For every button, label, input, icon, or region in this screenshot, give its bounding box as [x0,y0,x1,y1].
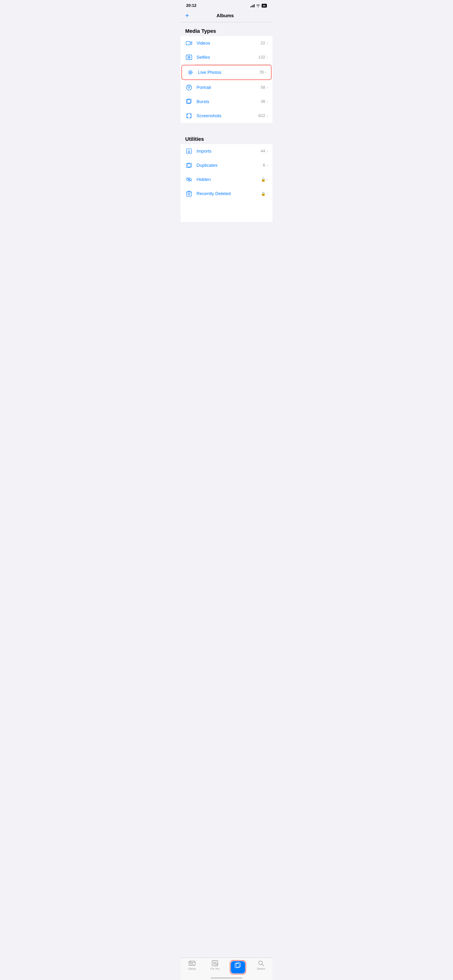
live-photos-chevron: › [265,70,266,75]
tab-bar: Library For You Albums [180,958,273,980]
battery-icon: 66 [262,4,267,8]
selfies-icon [185,54,193,61]
albums-active-bg: Albums [231,961,245,974]
list-item-imports[interactable]: Imports 44 › [180,144,273,158]
svg-line-29 [262,964,263,966]
for-you-tab-icon [212,960,218,966]
hidden-icon [185,176,193,183]
screenshots-count: 622 [258,113,265,118]
utilities-header: Utilities [180,130,273,144]
search-tab-label: Search [257,967,265,970]
hidden-chevron: › [266,177,268,181]
page-title: Albums [217,13,234,18]
videos-count: 22 [261,41,265,46]
media-types-title: Media Types [185,28,216,34]
list-item-screenshots[interactable]: Screenshots 622 › [180,109,273,123]
utilities-title: Utilities [185,136,204,142]
tab-search[interactable]: Search [253,960,269,970]
selfies-chevron: › [266,55,268,59]
duplicates-icon [185,162,193,169]
svg-rect-11 [187,114,191,118]
list-item-portrait[interactable]: f Portrait 58 › [180,80,273,95]
wifi-icon [256,4,260,7]
status-time: 20:12 [186,3,196,8]
hidden-label: Hidden [196,177,261,182]
signal-icon [250,4,255,7]
albums-tab-label: Albums [234,969,242,972]
library-tab-label: Library [188,967,196,970]
list-item-hidden[interactable]: Hidden 🔒 › [180,172,273,186]
utilities-list: Imports 44 › Duplicates 6 › [180,144,273,201]
live-photos-count: 78 [259,70,264,75]
bursts-count: 38 [261,99,265,104]
screenshots-chevron: › [266,114,268,118]
section-gap [180,123,273,130]
hidden-lock: 🔒 [261,177,266,182]
videos-label: Videos [196,41,261,46]
scroll-content: Media Types Videos 22 › [180,22,273,222]
list-item-recently-deleted[interactable]: Recently Deleted 🔒 › [180,186,273,201]
portrait-count: 58 [261,85,265,90]
list-item-selfies[interactable]: Selfies 132 › [180,50,273,64]
list-item-videos[interactable]: Videos 22 › [180,36,273,50]
tab-for-you[interactable]: For You [207,960,223,970]
library-tab-icon [189,960,195,966]
bursts-icon [185,98,193,105]
portrait-label: Portrait [196,85,261,90]
bursts-chevron: › [266,100,268,104]
media-types-header: Media Types [180,22,273,36]
imports-chevron: › [266,149,268,153]
media-types-list: Videos 22 › Selfies 132 › [180,36,273,123]
list-item-bursts[interactable]: Bursts 38 › [180,95,273,109]
status-bar: 20:12 66 [180,0,273,10]
videos-chevron: › [266,41,268,45]
recently-deleted-label: Recently Deleted [196,191,261,196]
bursts-label: Bursts [196,99,261,104]
duplicates-count: 6 [263,163,265,168]
imports-label: Imports [196,149,261,154]
portrait-chevron: › [266,85,268,90]
videos-icon [185,40,193,47]
tab-library[interactable]: Library [184,960,200,970]
svg-rect-0 [186,41,190,45]
list-item-live-photos[interactable]: Live Photos 78 › [182,65,271,80]
selfies-label: Selfies [196,55,258,60]
add-album-button[interactable]: + [185,12,189,19]
for-you-tab-label: For You [211,967,219,970]
live-photos-icon [187,68,194,76]
duplicates-chevron: › [266,163,268,167]
svg-point-24 [190,962,191,963]
imports-count: 44 [261,149,265,154]
svg-point-3 [188,57,190,58]
duplicates-label: Duplicates [196,163,263,168]
home-indicator [211,977,242,978]
imports-icon [185,147,193,155]
svg-point-5 [190,72,191,73]
live-photos-label: Live Photos [198,70,259,75]
albums-active-wrapper: Albums [230,960,246,974]
status-icons: 66 [250,4,267,8]
recently-deleted-icon [185,190,193,197]
selfies-count: 132 [258,55,265,60]
portrait-icon: f [185,84,193,91]
list-item-duplicates[interactable]: Duplicates 6 › [180,158,273,172]
screenshots-icon [185,112,193,119]
screenshots-label: Screenshots [196,113,258,118]
recently-deleted-chevron: › [266,191,268,196]
nav-bar: + Albums [180,10,273,22]
search-tab-icon [258,960,264,966]
tab-albums[interactable]: Albums [230,960,246,974]
recently-deleted-lock: 🔒 [261,191,266,196]
